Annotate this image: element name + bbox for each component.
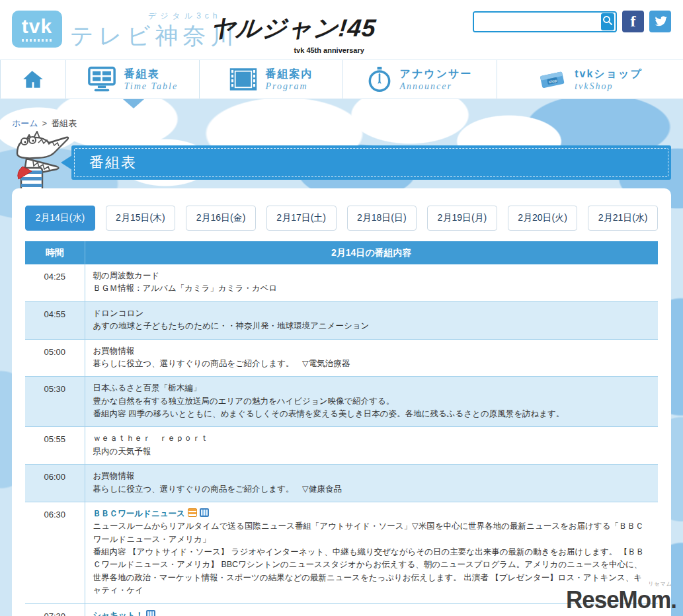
program-time: 05:55: [25, 427, 85, 465]
facebook-button[interactable]: f: [622, 11, 644, 32]
program-description-line: お買物情報: [93, 345, 651, 358]
table-row: 05:30 日本ふるさと百景「栃木編」豊かな自然を有する独立放送局のエリアの魅力…: [25, 377, 658, 427]
tvk-timetable-page: tvk デジタル3ch テレビ神奈川 ヤルジャン!45 tvk 45th ann…: [0, 0, 683, 616]
program-description-line: ｗｅａｔｈｅｒ ｒｅｐｏｒｔ: [93, 432, 651, 445]
page-title-bar: 番組表: [71, 145, 671, 180]
table-row: 04:25 朝の周波数カードＢＧＭ情報：アルバム「カミラ」カミラ・カベロ: [25, 264, 658, 301]
multiview-icon: [200, 508, 209, 517]
page-title: 番組表: [74, 148, 668, 177]
program-time: 04:25: [25, 264, 85, 301]
program-title-link[interactable]: ＢＢＣワールドニュース: [93, 509, 185, 518]
program-description-line: 日本ふるさと百景「栃木編」: [93, 382, 651, 395]
date-tab-2[interactable]: 2月16日(金): [186, 206, 256, 231]
program-time: 05:30: [25, 377, 85, 427]
main-nav: 番組表 Time Table 番組案内 Program アナウンサー: [0, 59, 683, 99]
program-description-line: ニュースルームからリアルタイムで送る国際ニュース番組「アウトサイド・ソース」▽米…: [93, 520, 651, 546]
program-content: お買物情報暮らしに役立つ、選りすぐりの商品をご紹介します。 ▽健康食品: [85, 465, 658, 502]
nav-item-program[interactable]: 番組案内 Program: [200, 60, 342, 98]
twitter-icon: [654, 14, 667, 29]
program-time: 04:55: [25, 301, 85, 339]
tvk-logo-text: tvk: [22, 17, 52, 36]
date-tab-3[interactable]: 2月17日(土): [266, 206, 337, 231]
program-content: 朝の周波数カードＢＧＭ情報：アルバム「カミラ」カミラ・カベロ: [85, 264, 658, 301]
site-header: tvk デジタル3ch テレビ神奈川 ヤルジャン!45 tvk 45th ann…: [0, 0, 683, 59]
column-header-content: 2月14日の番組内容: [85, 241, 658, 264]
program-content: お買物情報暮らしに役立つ、選りすぐりの商品をご紹介します。 ▽電気治療器: [85, 339, 658, 377]
table-row: 04:55 ドロンコロンあすの地球と子どもたちのために・・神奈川発・地球環境アニ…: [25, 301, 658, 339]
program-time: 06:00: [25, 465, 85, 502]
anniversary-logo: ヤルジャン!45 tvk 45th anniversary: [210, 12, 376, 54]
search-button[interactable]: [601, 13, 614, 30]
program-content: 日本ふるさと百景「栃木編」豊かな自然を有する独立放送局のエリアの魅力をハイビジョ…: [85, 377, 658, 427]
facebook-icon: f: [631, 13, 636, 30]
content-panel: 2月14日(水)2月15日(木)2月16日(金)2月17日(土)2月18日(日)…: [12, 188, 671, 616]
schedule-table: 時間 2月14日の番組内容 04:25 朝の周波数カードＢＧＭ情報：アルバム「カ…: [25, 241, 658, 616]
film-icon: [229, 67, 258, 92]
date-tab-5[interactable]: 2月19日(月): [427, 206, 497, 231]
program-title-link[interactable]: シャキット！: [93, 611, 143, 616]
program-description-line: ＢＧＭ情報：アルバム「カミラ」カミラ・カベロ: [93, 282, 651, 295]
date-tab-7[interactable]: 2月21日(水): [588, 206, 658, 231]
anniversary-title: ヤルジャン!45: [208, 12, 378, 45]
nav-item-home[interactable]: [0, 60, 66, 98]
program-content: ドロンコロンあすの地球と子どもたちのために・・神奈川発・地球環境アニメーション: [85, 301, 658, 339]
search-icon: [602, 15, 614, 28]
program-description-line: 朝の周波数カード: [93, 270, 651, 282]
data-broadcast-icon: [188, 508, 197, 517]
table-row: 06:30 ＢＢＣワールドニュースニュースルームからリアルタイムで送る国際ニュー…: [25, 502, 658, 603]
program-description-line: 番組内容 四季の移ろいとともに、めまぐるしくその表情を変える美しき日本の姿。各地…: [93, 408, 651, 420]
breadcrumb-separator: >: [42, 118, 48, 128]
program-description-line: 豊かな自然を有する独立放送局のエリアの魅力をハイビジョン映像で紹介する。: [93, 395, 651, 408]
program-description-line: 県内の天気予報: [93, 445, 651, 458]
program-description-line: ドロンコロン: [93, 307, 651, 320]
anniversary-subtitle: tvk 45th anniversary: [210, 46, 376, 54]
program-description-line: お買物情報: [93, 470, 651, 482]
breadcrumb-home-link[interactable]: ホーム: [12, 118, 38, 128]
column-header-time: 時間: [25, 241, 85, 264]
program-description-line: 暮らしに役立つ、選りすぐりの商品をご紹介します。 ▽電気治療器: [93, 358, 651, 370]
table-row: 05:55 ｗｅａｔｈｅｒ ｒｅｐｏｒｔ県内の天気予報: [25, 427, 658, 465]
breadcrumb-current: 番組表: [51, 118, 77, 128]
timetable-icon: [87, 66, 116, 93]
home-icon: [22, 68, 44, 91]
sky-cloud-background: ホーム>番組表: [0, 99, 683, 616]
nav-item-shop[interactable]: shop tvkショップ tvkShop: [497, 60, 683, 98]
tvk-logo-badge: tvk: [12, 11, 62, 48]
program-content: ｗｅａｔｈｅｒ ｒｅｐｏｒｔ県内の天気予報: [85, 427, 658, 465]
program-time: 06:30: [25, 502, 85, 603]
nav-item-announcer[interactable]: アナウンサー Announcer: [342, 60, 497, 98]
twitter-button[interactable]: [649, 11, 671, 32]
date-tabs: 2月14日(水)2月15日(木)2月16日(金)2月17日(土)2月18日(日)…: [12, 188, 671, 241]
tvk-logo[interactable]: tvk デジタル3ch テレビ神奈川: [12, 11, 238, 50]
program-time: 05:00: [25, 339, 85, 377]
search-input[interactable]: [474, 13, 601, 31]
stopwatch-icon: [367, 65, 392, 93]
nav-item-timetable[interactable]: 番組表 Time Table: [66, 60, 200, 98]
watermark-logo-text: ReseMom.: [566, 587, 676, 611]
multiview-icon: [146, 610, 155, 616]
active-nav-indicator-arrow: [123, 99, 144, 108]
tvk-logo-tagline-decoration: [22, 39, 52, 42]
program-time: 07:30: [25, 603, 85, 616]
date-tab-0-active[interactable]: 2月14日(水): [25, 206, 95, 231]
table-row: 06:00 お買物情報暮らしに役立つ、選りすぐりの商品をご紹介します。 ▽健康食…: [25, 465, 658, 502]
program-description-line: あすの地球と子どもたちのために・・神奈川発・地球環境アニメーション: [93, 320, 651, 332]
program-description-line: 暮らしに役立つ、選りすぐりの商品をご紹介します。 ▽健康食品: [93, 483, 651, 496]
table-row: 05:00 お買物情報暮らしに役立つ、選りすぐりの商品をご紹介します。 ▽電気治…: [25, 339, 658, 377]
title-bar-speech-tail: [61, 155, 72, 170]
header-utility-zone: f: [473, 11, 671, 32]
search-box: [473, 11, 617, 32]
date-tab-4[interactable]: 2月18日(日): [347, 206, 417, 231]
resemom-watermark: リセマム ReseMom.: [566, 582, 676, 611]
shop-box-icon: shop: [538, 68, 567, 91]
date-tab-1[interactable]: 2月15日(木): [106, 206, 176, 231]
date-tab-6[interactable]: 2月20日(火): [508, 206, 578, 231]
table-row: 07:30 シャキット！▽お天気▽プレゼント▽星占い▽スポーツ 千葉ジェッツ 石…: [25, 603, 658, 616]
